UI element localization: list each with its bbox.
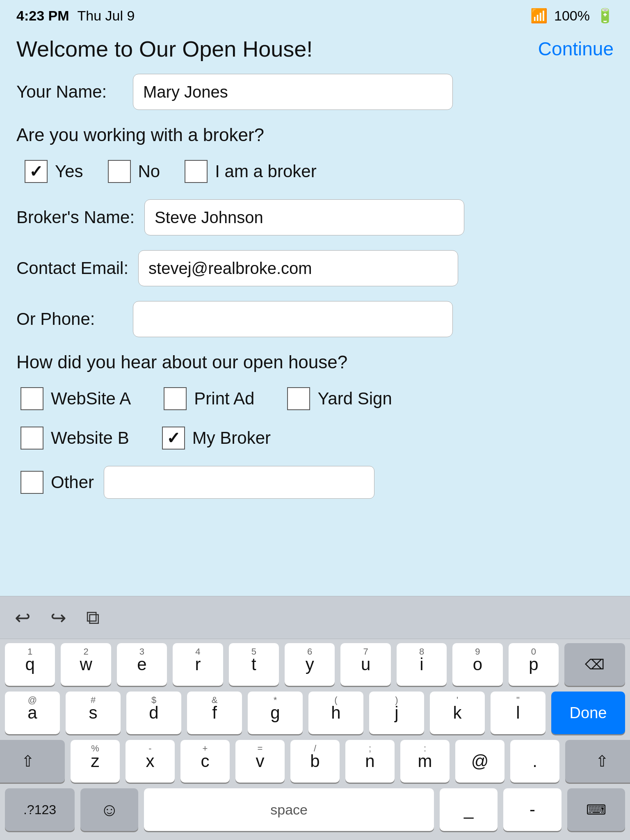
checkbox-website-b[interactable]: Website B (21, 427, 129, 450)
key-c[interactable]: +c (180, 740, 230, 783)
checkbox-website-a-box[interactable] (21, 387, 43, 410)
checkbox-print-ad[interactable]: Print Ad (164, 387, 254, 410)
key-g[interactable]: *g (248, 692, 303, 734)
checkbox-my-broker[interactable]: My Broker (162, 427, 271, 450)
your-name-input[interactable] (133, 74, 453, 110)
checkbox-yard-sign[interactable]: Yard Sign (287, 387, 392, 410)
page-title: Welcome to Our Open House! (16, 36, 313, 62)
broker-checkbox-row: Yes No I am a broker (25, 160, 614, 183)
key-w[interactable]: 2w (61, 643, 111, 686)
battery-label: 100% (554, 8, 590, 24)
key-y[interactable]: 6y (285, 643, 335, 686)
key-row-1: 1q 2w 3e 4r 5t 6y 7u 8i 9o 0p ⌫ (5, 643, 625, 686)
checkbox-other-box[interactable] (21, 471, 43, 494)
key-k[interactable]: 'k (430, 692, 485, 734)
checkbox-yard-sign-box[interactable] (287, 387, 310, 410)
or-phone-row: Or Phone: (16, 301, 614, 337)
checkbox-iam-broker-label: I am a broker (215, 162, 316, 181)
key-l[interactable]: "l (491, 692, 546, 734)
key-q[interactable]: 1q (5, 643, 55, 686)
left-shift-key[interactable]: ⇧ (0, 740, 65, 783)
right-shift-key[interactable]: ⇧ (565, 740, 630, 783)
key-f[interactable]: &f (187, 692, 242, 734)
key-d[interactable]: $d (126, 692, 181, 734)
brokers-name-row: Broker's Name: (16, 199, 614, 235)
key-row-4: .?123 ☺ space _ - ⌨ (5, 788, 625, 831)
key-x[interactable]: -x (126, 740, 175, 783)
status-date: Thu Jul 9 (78, 8, 135, 24)
key-t[interactable]: 5t (229, 643, 279, 686)
hear-row-2: Website B My Broker (21, 427, 614, 450)
checkbox-website-b-box[interactable] (21, 427, 43, 450)
key-u[interactable]: 7u (340, 643, 390, 686)
checkbox-yes[interactable]: Yes (25, 160, 83, 183)
checkbox-iam-broker[interactable]: I am a broker (185, 160, 316, 183)
hear-row-other: Other (21, 466, 614, 499)
key-z[interactable]: %z (71, 740, 120, 783)
checkbox-other[interactable]: Other (21, 471, 94, 494)
checkbox-website-a[interactable]: WebSite A (21, 387, 131, 410)
checkbox-print-ad-box[interactable] (164, 387, 187, 410)
checkbox-iam-broker-box[interactable] (185, 160, 208, 183)
key-at[interactable]: @ (455, 740, 504, 783)
key-underscore[interactable]: _ (440, 788, 498, 831)
key-dot[interactable]: . (510, 740, 559, 783)
checkbox-no[interactable]: No (108, 160, 160, 183)
status-right: 📶 100% 🔋 (530, 7, 614, 24)
checkbox-my-broker-box[interactable] (162, 427, 185, 450)
header: Welcome to Our Open House! Continue (0, 28, 630, 74)
key-n[interactable]: ;n (345, 740, 395, 783)
special-key[interactable]: .?123 (5, 788, 75, 831)
key-h[interactable]: (h (308, 692, 363, 734)
space-key[interactable]: space (144, 788, 434, 831)
done-key[interactable]: Done (551, 692, 625, 734)
key-o[interactable]: 9o (452, 643, 502, 686)
hear-question: How did you hear about our open house? (16, 352, 614, 372)
contact-email-input[interactable] (138, 250, 458, 286)
brokers-name-label: Broker's Name: (16, 208, 135, 227)
checkbox-no-label: No (138, 162, 160, 181)
checkbox-no-box[interactable] (108, 160, 131, 183)
continue-button[interactable]: Continue (538, 38, 614, 60)
brokers-name-input[interactable] (144, 199, 464, 235)
checkbox-website-b-label: Website B (51, 428, 129, 448)
undo-icon[interactable]: ↩ (12, 604, 33, 631)
key-i[interactable]: 8i (397, 643, 447, 686)
keyboard: ↩ ↪ ⧉ 1q 2w 3e 4r 5t 6y 7u 8i 9o 0p ⌫ @a… (0, 596, 630, 840)
keyboard-hide-key[interactable]: ⌨ (567, 788, 625, 831)
key-m[interactable]: :m (400, 740, 450, 783)
your-name-row: Your Name: (16, 74, 614, 110)
other-text-input[interactable] (104, 466, 374, 499)
keyboard-toolbar: ↩ ↪ ⧉ (0, 596, 630, 639)
contact-email-label: Contact Email: (16, 258, 128, 278)
delete-key[interactable]: ⌫ (564, 643, 625, 686)
redo-icon[interactable]: ↪ (48, 604, 69, 631)
key-a[interactable]: @a (5, 692, 60, 734)
emoji-key[interactable]: ☺ (80, 788, 138, 831)
or-phone-label: Or Phone: (16, 309, 123, 329)
key-j[interactable]: )j (369, 692, 424, 734)
checkbox-yes-label: Yes (55, 162, 83, 181)
checkbox-yes-box[interactable] (25, 160, 48, 183)
key-row-2: @a #s $d &f *g (h )j 'k "l Done (5, 692, 625, 734)
hear-row-1: WebSite A Print Ad Yard Sign (21, 387, 614, 410)
key-p[interactable]: 0p (509, 643, 559, 686)
wifi-icon: 📶 (530, 7, 548, 24)
broker-question: Are you working with a broker? (16, 125, 614, 145)
key-b[interactable]: /b (290, 740, 340, 783)
key-e[interactable]: 3e (117, 643, 167, 686)
checkbox-yard-sign-label: Yard Sign (317, 389, 392, 409)
or-phone-input[interactable] (133, 301, 453, 337)
key-s[interactable]: #s (66, 692, 121, 734)
key-row-3: ⇧ %z -x +c =v /b ;n :m @ . ⇧ (5, 740, 625, 783)
checkbox-other-label: Other (51, 472, 94, 492)
checkbox-website-a-label: WebSite A (51, 389, 131, 409)
key-r[interactable]: 4r (173, 643, 223, 686)
checkbox-my-broker-label: My Broker (192, 428, 271, 448)
battery-icon: 🔋 (596, 7, 614, 24)
clipboard-icon[interactable]: ⧉ (84, 604, 102, 631)
key-v[interactable]: =v (235, 740, 285, 783)
key-hyphen[interactable]: - (503, 788, 561, 831)
keyboard-rows: 1q 2w 3e 4r 5t 6y 7u 8i 9o 0p ⌫ @a #s $d… (0, 639, 630, 840)
your-name-label: Your Name: (16, 82, 123, 102)
